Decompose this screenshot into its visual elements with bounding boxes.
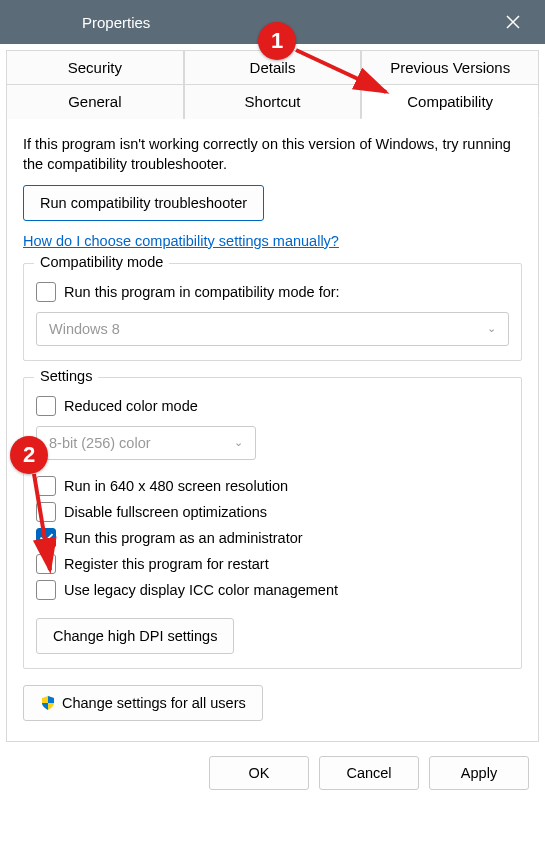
color-mode-select-value: 8-bit (256) color (49, 435, 151, 451)
compat-mode-label: Run this program in compatibility mode f… (64, 284, 340, 300)
run-as-admin-label: Run this program as an administrator (64, 530, 303, 546)
reduced-color-label: Reduced color mode (64, 398, 198, 414)
ok-button[interactable]: OK (209, 756, 309, 790)
compat-mode-checkbox[interactable] (36, 282, 56, 302)
run-as-admin-checkbox[interactable] (36, 528, 56, 548)
change-all-users-button[interactable]: Change settings for all users (23, 685, 263, 721)
chevron-down-icon: ⌄ (234, 436, 243, 449)
intro-text: If this program isn't working correctly … (23, 134, 522, 175)
tab-compatibility[interactable]: Compatibility (361, 84, 539, 119)
compat-mode-legend: Compatibility mode (34, 254, 169, 270)
close-button[interactable] (493, 2, 533, 42)
compat-mode-select-value: Windows 8 (49, 321, 120, 337)
annotation-badge-2: 2 (10, 436, 48, 474)
apply-button[interactable]: Apply (429, 756, 529, 790)
tab-general[interactable]: General (6, 84, 184, 119)
run-640x480-label: Run in 640 x 480 screen resolution (64, 478, 288, 494)
register-restart-label: Register this program for restart (64, 556, 269, 572)
chevron-down-icon: ⌄ (487, 322, 496, 335)
help-link[interactable]: How do I choose compatibility settings m… (23, 233, 339, 249)
tab-shortcut[interactable]: Shortcut (184, 84, 362, 119)
tab-pane-compatibility: If this program isn't working correctly … (6, 118, 539, 742)
change-all-users-label: Change settings for all users (62, 695, 246, 711)
compatibility-mode-group: Compatibility mode Run this program in c… (23, 263, 522, 361)
register-restart-checkbox[interactable] (36, 554, 56, 574)
window-title: Properties (82, 14, 150, 31)
tab-strip: Security Details Previous Versions Gener… (6, 50, 539, 119)
annotation-badge-1: 1 (258, 22, 296, 60)
shield-icon (40, 695, 56, 711)
compat-mode-select: Windows 8 ⌄ (36, 312, 509, 346)
tab-previous-versions[interactable]: Previous Versions (361, 50, 539, 84)
run-640x480-checkbox[interactable] (36, 476, 56, 496)
close-icon (505, 14, 521, 30)
color-mode-select: 8-bit (256) color ⌄ (36, 426, 256, 460)
cancel-button[interactable]: Cancel (319, 756, 419, 790)
legacy-icc-label: Use legacy display ICC color management (64, 582, 338, 598)
disable-fullscreen-checkbox[interactable] (36, 502, 56, 522)
settings-legend: Settings (34, 368, 98, 384)
settings-group: Settings Reduced color mode 8-bit (256) … (23, 377, 522, 669)
high-dpi-button[interactable]: Change high DPI settings (36, 618, 234, 654)
run-troubleshooter-button[interactable]: Run compatibility troubleshooter (23, 185, 264, 221)
dialog-button-bar: OK Cancel Apply (6, 742, 539, 800)
disable-fullscreen-label: Disable fullscreen optimizations (64, 504, 267, 520)
tab-security[interactable]: Security (6, 50, 184, 84)
legacy-icc-checkbox[interactable] (36, 580, 56, 600)
reduced-color-checkbox[interactable] (36, 396, 56, 416)
